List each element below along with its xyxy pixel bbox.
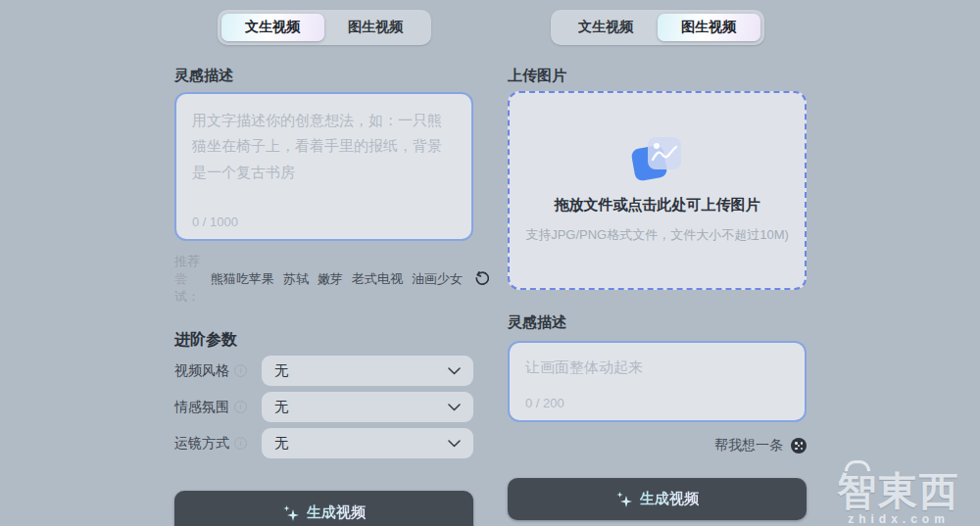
suggestion-tag[interactable]: 老式电视: [352, 270, 403, 288]
info-icon[interactable]: i: [234, 401, 247, 413]
refresh-icon: [473, 271, 489, 287]
param-row-camera: 运镜方式 i 无: [174, 428, 473, 458]
generate-button-label: 生成视频: [307, 503, 366, 522]
info-icon[interactable]: i: [234, 437, 247, 450]
inspiration-textarea-wrap: 0 / 1000: [174, 92, 473, 241]
mood-dropdown[interactable]: 无: [262, 392, 473, 422]
generate-button-label: 生成视频: [640, 490, 699, 508]
suggestion-tag[interactable]: 熊猫吃苹果: [211, 270, 274, 288]
generate-video-button[interactable]: 生成视频: [174, 491, 473, 526]
inspiration-textarea[interactable]: [176, 94, 471, 239]
inspiration-textarea-wrap: 0 / 200: [508, 341, 807, 422]
upload-dropzone[interactable]: 拖放文件或点击此处可上传图片 支持JPG/PNG格式文件，文件大小不超过10M): [508, 91, 807, 290]
upload-label: 上传图片: [508, 67, 807, 86]
sparkle-icon: [282, 504, 300, 522]
generate-video-button[interactable]: 生成视频: [508, 478, 807, 520]
info-icon[interactable]: i: [234, 364, 247, 377]
video-style-dropdown[interactable]: 无: [262, 356, 473, 386]
tab-image-to-video[interactable]: 图生视频: [658, 14, 760, 41]
inspiration-textarea[interactable]: [510, 343, 805, 420]
suggest-one-link[interactable]: 帮我想一条: [714, 437, 783, 454]
dropdown-value: 无: [274, 434, 289, 453]
text-to-video-panel: 文生视频 图生视频 灵感描述 0 / 1000 推荐尝试： 熊猫吃苹果 苏轼 嫩…: [174, 0, 473, 526]
watermark-antenna-arc: [845, 460, 870, 471]
helper-row: 帮我想一条: [508, 436, 807, 455]
mode-tabs-left: 文生视频 图生视频: [218, 10, 431, 45]
camera-dropdown[interactable]: 无: [262, 428, 473, 458]
inspiration-label: 灵感描述: [508, 313, 807, 333]
chevron-down-icon: [448, 440, 461, 448]
tab-text-to-video[interactable]: 文生视频: [221, 14, 324, 41]
upload-sub-text: 支持JPG/PNG格式文件，文件大小不超过10M): [525, 226, 789, 244]
param-label: 情感氛围 i: [174, 399, 262, 416]
upload-main-text: 拖放文件或点击此处可上传图片: [555, 196, 760, 215]
image-upload-icon: [631, 137, 684, 182]
param-label-text: 视频风格: [174, 362, 229, 380]
param-row-video-style: 视频风格 i 无: [174, 356, 473, 386]
suggestion-tag[interactable]: 油画少女: [412, 270, 463, 288]
param-label: 视频风格 i: [174, 362, 262, 380]
suggestion-tag[interactable]: 嫩芽: [318, 270, 343, 288]
dice-icon[interactable]: [791, 438, 807, 454]
param-row-mood: 情感氛围 i 无: [174, 392, 473, 422]
watermark-domain: zhidx.com: [825, 512, 972, 526]
refresh-suggestions-button[interactable]: [473, 271, 489, 287]
tab-image-to-video[interactable]: 图生视频: [324, 14, 427, 41]
watermark-brand: 智東西: [825, 471, 972, 510]
chevron-down-icon: [448, 404, 461, 411]
inspiration-label: 灵感描述: [174, 67, 473, 86]
dropdown-value: 无: [274, 398, 289, 416]
suggestions-row: 推荐尝试： 熊猫吃苹果 苏轼 嫩芽 老式电视 油画少女: [174, 253, 473, 306]
sparkle-icon: [615, 491, 633, 508]
suggestions-hint: 推荐尝试：: [174, 253, 200, 306]
image-to-video-panel: 文生视频 图生视频 上传图片 拖放文件或点击此处可上传图片 支持JPG/PNG格…: [508, 0, 807, 520]
advanced-params-title: 进阶参数: [174, 330, 473, 350]
mode-tabs-right: 文生视频 图生视频: [551, 10, 764, 45]
tab-text-to-video[interactable]: 文生视频: [555, 14, 658, 41]
param-label-text: 运镜方式: [174, 435, 229, 453]
param-label: 运镜方式 i: [174, 435, 262, 453]
zhidx-watermark: 智東西 zhidx.com: [825, 460, 972, 526]
dropdown-value: 无: [274, 361, 289, 380]
chevron-down-icon: [448, 367, 461, 375]
param-label-text: 情感氛围: [174, 399, 229, 416]
suggestion-tag[interactable]: 苏轼: [283, 270, 309, 288]
